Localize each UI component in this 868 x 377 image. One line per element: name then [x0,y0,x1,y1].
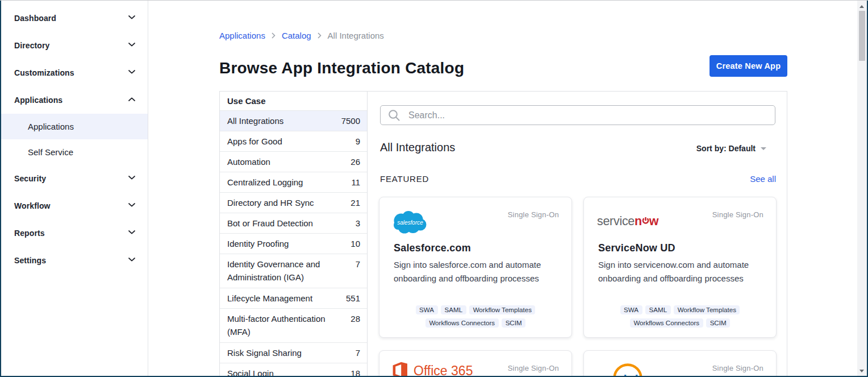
svg-text:salesforce: salesforce [397,219,423,226]
